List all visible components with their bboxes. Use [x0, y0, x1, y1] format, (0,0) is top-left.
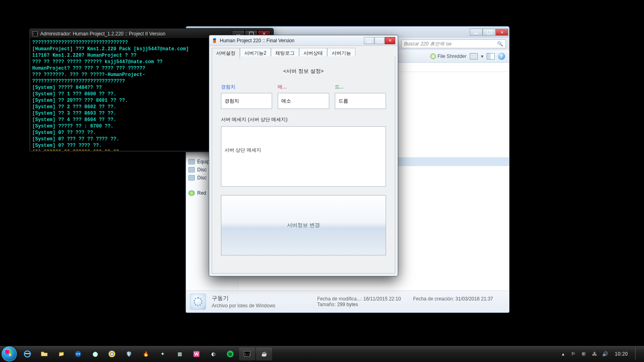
taskbar-wamp[interactable]: W	[188, 348, 204, 360]
taskbar-cmd-running[interactable]: C:\	[239, 348, 255, 360]
search-placeholder: Buscar 220 휴먼팩 sw	[404, 41, 452, 47]
tray-flag-icon[interactable]: 🏳	[570, 351, 577, 357]
gear-icon	[194, 297, 202, 306]
start-button[interactable]	[2, 346, 17, 362]
taskbar: 📁 ⬤ 🛡️ 🔥 ✦ ▦ W ◐ C:\ ☕ ▴ 🏳 ⛨ 🖧 🔊 10:20	[0, 346, 644, 362]
minimize-button[interactable]	[364, 37, 374, 44]
taskbar-teamviewer[interactable]	[70, 348, 86, 360]
swing-title: Human Project 220 :: Final Version	[220, 38, 294, 43]
grid-icon: ▦	[175, 350, 184, 358]
taskbar-clock[interactable]: 10:20	[615, 351, 628, 357]
maximize-button[interactable]	[374, 37, 385, 44]
help-icon[interactable]: ?	[498, 53, 505, 60]
details-meta: Fecha de modifica...: 16/11/2015 22:10 T…	[317, 296, 493, 307]
view-options-button[interactable]	[470, 53, 478, 60]
input-exp[interactable]	[221, 93, 272, 109]
computer-icon	[188, 159, 195, 165]
taskbar-ccleaner[interactable]: 🛡️	[121, 348, 137, 360]
taskbar-app3[interactable]: 🔥	[138, 348, 154, 360]
tray-volume-icon[interactable]: 🔊	[602, 351, 608, 357]
label-drop: 드...	[335, 84, 386, 90]
generic-app-icon: ✦	[158, 350, 167, 358]
shredder-icon	[430, 53, 436, 59]
dropdown-icon[interactable]: ▾	[481, 53, 483, 59]
network-icon	[188, 190, 195, 196]
taskbar-app2[interactable]: ⬤	[87, 348, 103, 360]
search-input[interactable]: Buscar 220 휴먼팩 sw 🔍	[401, 39, 506, 48]
label-server-message: 서버 메세지 (서버 상단 메세지)	[221, 116, 386, 123]
teamviewer-icon	[74, 350, 83, 358]
chrome-icon	[107, 350, 116, 358]
swing-window: Human Project 220 :: Final Version 서버설정서…	[209, 35, 398, 276]
ie-icon	[23, 350, 32, 358]
shield-icon: 🛡️	[124, 350, 133, 358]
details-filetype: Archivo por lotes de Windows	[212, 303, 275, 309]
svg-point-4	[111, 353, 113, 355]
explorer-detailspane: 구동기 Archivo por lotes de Windows Fecha d…	[186, 290, 509, 313]
taskbar-spotify[interactable]	[222, 348, 238, 360]
generic-app-icon: ⬤	[91, 350, 99, 358]
tray-network-icon[interactable]: 🖧	[591, 351, 598, 357]
taskbar-java-running[interactable]: ☕	[256, 348, 272, 360]
tray-chevron-up-icon[interactable]: ▴	[560, 351, 566, 357]
tray-shield-icon[interactable]: ⛨	[581, 351, 587, 357]
svg-text:C:\: C:\	[245, 353, 250, 356]
input-drop[interactable]	[335, 93, 386, 109]
label-meso: 메...	[278, 84, 329, 90]
drive-icon	[188, 175, 195, 181]
tab-panel: <서버 정보 설정> 경험치 메... 드... 서버 메세지 (서버 상단 메…	[212, 56, 395, 274]
taskbar-chrome[interactable]	[104, 348, 120, 360]
search-icon[interactable]: 🔍	[497, 41, 503, 47]
taskbar-app1[interactable]: 📁	[53, 348, 69, 360]
panel-heading: <서버 정보 설정>	[221, 68, 386, 75]
cmd-icon: C:\	[243, 350, 252, 358]
cmd-title: Administrador: Human Project_1.2.220 :: …	[40, 31, 165, 37]
details-filename: 구동기	[212, 295, 275, 302]
taskbar-app4[interactable]: ✦	[155, 348, 171, 360]
apply-server-info-button[interactable]: 서버정보 변경	[221, 195, 386, 255]
input-meso[interactable]	[278, 93, 329, 109]
close-button[interactable]	[495, 29, 508, 36]
label-exp: 경험치	[221, 84, 272, 90]
taskbar-app6[interactable]: ◐	[205, 348, 221, 360]
taskbar-ie[interactable]	[19, 348, 35, 360]
file-large-icon	[190, 294, 206, 310]
maximize-button[interactable]	[483, 29, 495, 36]
folder-icon	[40, 350, 49, 358]
tab-0[interactable]: 서버설정	[212, 48, 240, 59]
minimize-button[interactable]	[470, 29, 483, 36]
close-button[interactable]	[385, 37, 395, 44]
show-desktop-button[interactable]	[635, 348, 638, 360]
textarea-server-message[interactable]	[221, 126, 386, 187]
java-icon: ☕	[260, 350, 268, 358]
svg-text:W: W	[194, 351, 198, 356]
wamp-icon: W	[192, 350, 201, 358]
cmd-icon	[32, 31, 38, 36]
taskbar-pinned: 📁 ⬤ 🛡️ 🔥 ✦ ▦ W ◐ C:\ ☕	[19, 348, 272, 360]
spotify-icon	[226, 350, 235, 358]
system-tray: ▴ 🏳 ⛨ 🖧 🔊 10:20	[560, 348, 642, 360]
taskbar-app5[interactable]: ▦	[171, 348, 188, 360]
svg-point-1	[75, 351, 81, 357]
flame-icon: 🔥	[141, 350, 150, 358]
drive-icon	[188, 167, 195, 173]
generic-app-icon: ◐	[209, 350, 218, 358]
java-icon	[212, 38, 217, 43]
preview-pane-button[interactable]	[487, 53, 495, 60]
swing-titlebar[interactable]: Human Project 220 :: Final Version	[209, 35, 398, 46]
taskbar-explorer[interactable]	[36, 348, 52, 360]
generic-app-icon: 📁	[57, 350, 66, 358]
file-shredder-button[interactable]: File Shredder	[430, 53, 466, 59]
